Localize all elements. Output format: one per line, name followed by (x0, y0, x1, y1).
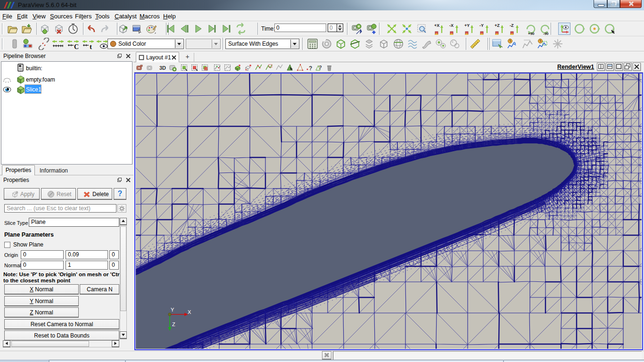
svg-text:empty.foam: empty.foam (26, 76, 55, 83)
svg-text:builtin:: builtin: (26, 65, 42, 72)
svg-text:?: ? (309, 65, 312, 72)
svg-text:X: X (188, 309, 191, 315)
svg-text:t: t (90, 43, 92, 50)
svg-text:C: C (74, 43, 79, 50)
svg-text:+X: +X (434, 23, 439, 28)
svg-text:+Z: +Z (495, 23, 500, 28)
svg-text:+90: +90 (528, 32, 535, 35)
svg-text:-Z: -Z (510, 23, 514, 28)
svg-text:?: ? (319, 65, 322, 70)
svg-text:-X: -X (449, 23, 454, 28)
svg-text:Slice1: Slice1 (26, 86, 41, 93)
svg-text:Z: Z (172, 321, 175, 327)
svg-text:-90: -90 (543, 32, 549, 35)
svg-text:-Y: -Y (479, 23, 484, 28)
svg-text:Y: Y (171, 307, 174, 313)
svg-text:+Y: +Y (464, 23, 470, 28)
svg-text:3D: 3D (159, 65, 166, 71)
